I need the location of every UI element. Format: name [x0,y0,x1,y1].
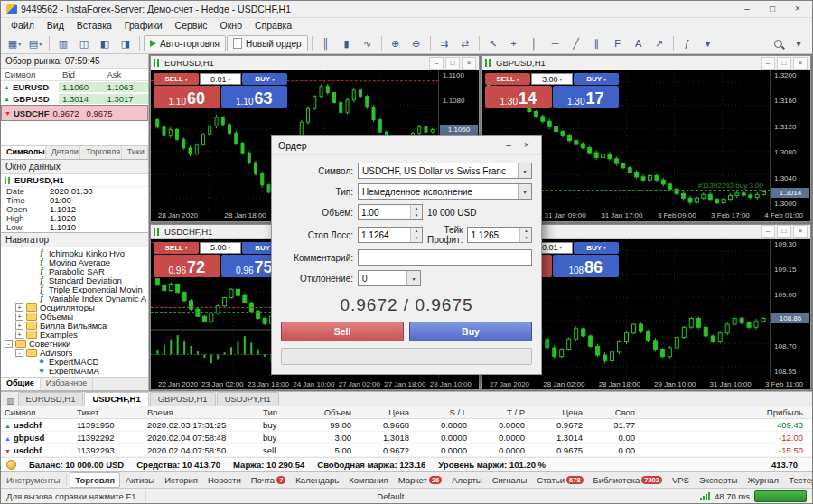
profiles-icon[interactable]: ▤▾ [25,34,45,52]
buy-button[interactable]: BUY▾ [574,73,619,85]
maximize-button[interactable]: □ [760,2,785,16]
lot-input[interactable]: 3.00▾ [531,73,573,85]
chart-titlebar[interactable]: GBPUSD,H1 – □ × [482,56,810,70]
chart-close-icon[interactable]: × [793,57,808,70]
chart-restore-icon[interactable]: □ [777,225,791,238]
order-dialog-titlebar[interactable]: Ордер – × [272,136,541,155]
strategy-tester-tab[interactable]: Тестер стратегий [784,473,812,487]
column-header-9[interactable]: Своп [586,407,639,417]
column-header-10[interactable]: Прибыль [639,407,812,417]
market-watch-tab-symbols[interactable]: Символы [1,146,46,159]
navigator-item-ichimoku[interactable]: +ƒIchimoku Kinko Hyo [1,248,148,257]
stop-loss-stepper[interactable]: ▲ ▼ [358,227,423,243]
zoom-out-icon[interactable]: ⊖ [406,34,426,52]
horizontal-line-icon[interactable]: ─ [546,34,565,52]
market-watch-toggle-icon[interactable]: ▥ [53,34,73,52]
take-profit-stepper[interactable]: ▲ ▼ [467,227,532,243]
chart-shift-icon[interactable]: ⇄ [455,34,475,52]
tree-expander-icon[interactable]: + [15,322,23,330]
spin-up-icon[interactable]: ▲ [411,228,422,235]
buy-button[interactable]: BUY▾ [574,242,619,254]
toolbox-tab-news[interactable]: Новости [203,473,246,487]
tree-expander-icon[interactable]: + [15,331,23,339]
vertical-line-icon[interactable]: │ [525,34,545,52]
buy-price[interactable]: 10886 [553,255,620,277]
toolbox-tab-journal[interactable]: Журнал [743,473,783,487]
toolbox-tab-signals[interactable]: Сигналы [488,473,532,487]
volume-input[interactable] [359,205,410,219]
candlestick-chart-icon[interactable]: ▮ [337,34,357,52]
buy-button[interactable]: Buy [409,322,532,341]
tree-expander-icon[interactable]: + [15,313,23,321]
chart-restore-icon[interactable]: □ [445,57,460,70]
spin-down-icon[interactable]: ▼ [411,212,422,219]
chart-minimize-icon[interactable]: – [429,57,444,70]
line-chart-icon[interactable]: ∿ [358,34,378,52]
time-scale[interactable]: 27 Jan 202028 Jan 02:0028 Jan 18:0029 Ja… [482,378,810,389]
navigator-folder-volumes[interactable]: +Объемы [1,312,148,321]
toolbox-tab-market[interactable]: Маркет26 [394,473,447,487]
navigator-folder-experts[interactable]: -Советники [1,339,148,348]
channel-icon[interactable]: ∥ [587,34,607,52]
column-header-4[interactable]: Объем [303,407,355,417]
dialog-close-icon[interactable]: × [519,139,535,153]
buy-price[interactable]: 1.1063 [221,86,288,108]
chart-tab-usdchf[interactable]: USDCHF,H1 [84,392,148,406]
column-header-1[interactable]: Тикет [73,407,144,417]
autotrade-button[interactable]: Авто-торговля [144,35,226,51]
window-list-icon[interactable]: ▥ [4,397,17,406]
trendline-icon[interactable]: ╱ [566,34,586,52]
navigator-folder-advisors[interactable]: -Advisors [1,348,148,357]
chart-tab-usdjpy[interactable]: USDJPY,H1 [217,392,279,406]
tree-expander-icon[interactable]: - [5,340,13,348]
toolbox-tab-company[interactable]: Компания [344,473,392,487]
bars-chart-icon[interactable]: ║ [316,34,336,52]
toolbox-tab-alerts[interactable]: Алерты [447,473,486,487]
buy-price[interactable]: 1.3017 [553,86,620,108]
fibonacci-icon[interactable]: F [608,34,628,52]
titlebar[interactable]: 9449562 - InstaForex-Server: Демо-счет -… [1,1,812,18]
spin-up-icon[interactable]: ▲ [520,228,531,235]
autoscroll-icon[interactable]: ⇉ [435,34,454,52]
volume-stepper[interactable]: ▲ ▼ [358,204,423,220]
sell-button[interactable]: Sell [281,322,404,341]
chart-titlebar[interactable]: EURUSD,H1 – □ × [151,56,479,70]
chart-close-icon[interactable]: × [462,57,476,70]
minimize-button[interactable]: – [734,2,760,16]
toolbox-tab-calendar[interactable]: Календарь [291,473,343,487]
market-watch-row[interactable]: ▲EURUSD1.10601.1063 [1,81,148,93]
menu-insert[interactable]: Вставка [70,20,118,31]
new-order-button[interactable]: Новый ордер [227,35,308,51]
crosshair-icon[interactable]: + [504,34,524,52]
menu-tools[interactable]: Сервис [169,20,214,31]
toolbox-toggle-icon[interactable]: ◨ [116,34,136,52]
position-row[interactable]: ▲usdchf113919502020.02.03 17:31:25buy99.… [1,419,812,432]
price-scale[interactable]: 1.32001.31601.31201.30801.30401.30001.30… [770,70,810,210]
sell-price[interactable]: 1.1060 [154,86,220,108]
menu-charts[interactable]: Графики [118,20,169,31]
navigator-folder-examples[interactable]: +Examples [1,330,148,339]
lot-input[interactable]: 5.00▾ [200,242,241,254]
deviation-select[interactable]: 0 ▾ [358,270,421,286]
column-header-7[interactable]: T / P [471,407,528,417]
chart-restore-icon[interactable]: □ [777,57,791,70]
toolbox-tab-trade[interactable]: Торговля [70,472,120,488]
navigator-item-parabolic-sar[interactable]: +ƒParabolic SAR [1,266,148,275]
column-header-3[interactable]: Тип [259,407,303,417]
toolbox-tab-experts[interactable]: Эксперты [695,473,743,487]
order-type-select[interactable]: Немедленное исполнение ▾ [358,183,532,200]
market-watch-tab-trading[interactable]: Торговля [80,146,121,159]
spin-down-icon[interactable]: ▼ [520,235,531,242]
toolbox-tab-vps[interactable]: VPS [668,473,694,487]
search-icon[interactable] [768,34,788,52]
spin-up-icon[interactable]: ▲ [411,205,422,212]
chart-tab-eurusd[interactable]: EURUSD,H1 [18,392,84,406]
toolbox-tab-library[interactable]: Библиотека7202 [589,473,667,487]
sell-button[interactable]: SELL▾ [154,242,199,254]
lot-input[interactable]: 0.01▾ [200,73,241,85]
cursor-icon[interactable]: ↖ [483,34,503,52]
column-header-0[interactable]: Символ [1,407,73,417]
column-header-6[interactable]: S / L [413,407,471,417]
column-header-5[interactable]: Цена [355,407,413,417]
navigator-item-standard-deviation[interactable]: +ƒStandard Deviation [1,275,148,285]
